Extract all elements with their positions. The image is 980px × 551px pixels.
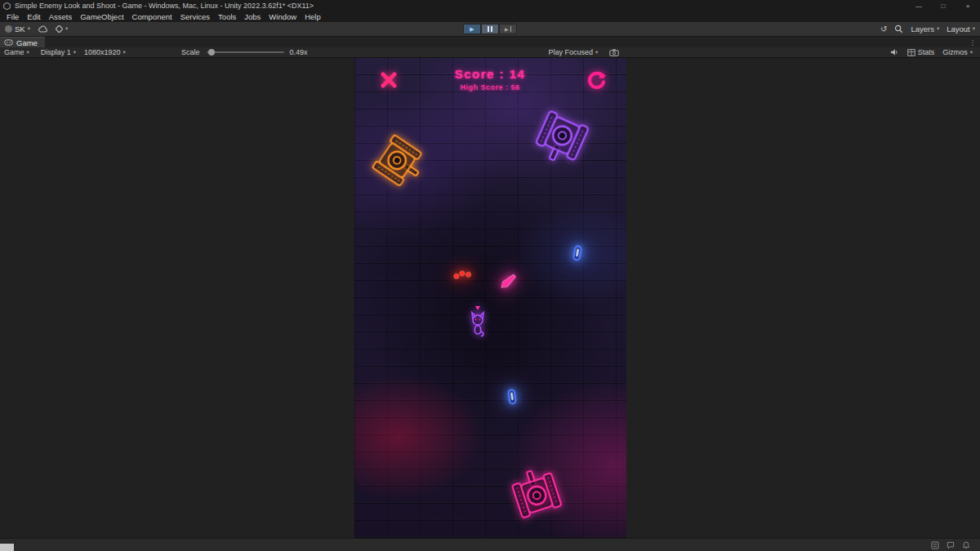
version-control-icon (56, 25, 63, 33)
account-label: SK (15, 24, 25, 33)
chevron-down-icon: ▾ (123, 50, 126, 56)
step-bar-icon (510, 26, 512, 32)
view-mode-dropdown[interactable]: Game ▾ (4, 48, 29, 56)
scale-slider[interactable] (207, 51, 284, 53)
screenshot-icon[interactable] (609, 49, 619, 56)
scale-value: 0.49x (289, 48, 307, 56)
chevron-down-icon: ▾ (65, 26, 68, 32)
display-dropdown[interactable]: Display 1 ▾ (41, 48, 76, 56)
cloud-icon[interactable] (38, 25, 48, 33)
view-mode-label: Game (4, 48, 24, 56)
gizmos-dropdown[interactable]: Gizmos ▾ (942, 48, 973, 56)
tab-strip: Game ⋮ (0, 37, 980, 47)
menu-window[interactable]: Window (265, 12, 301, 21)
menu-component[interactable]: Component (128, 12, 176, 21)
play-focused-label: Play Focused (548, 48, 593, 56)
display-label: Display 1 (41, 48, 71, 56)
window-title: Simple Enemy Look and Shoot - Game - Win… (15, 2, 314, 10)
unity-logo-icon (3, 2, 11, 10)
pause-button[interactable] (481, 24, 499, 34)
menu-services[interactable]: Services (176, 12, 214, 21)
game-hud: Score : 14 High Score : 56 (354, 58, 626, 538)
game-view-icon (4, 39, 13, 46)
tab-game-label: Game (16, 38, 38, 47)
play-controls: ▶ ▶ (463, 24, 517, 34)
game-viewport: Score : 14 High Score : 56 (0, 58, 980, 538)
chevron-down-icon: ▾ (27, 50, 29, 56)
layout-label: Layout (947, 24, 970, 33)
chevron-down-icon: ▾ (28, 26, 30, 32)
console-messages-icon[interactable] (947, 541, 955, 549)
step-icon: ▶ (505, 26, 509, 32)
status-icons (931, 541, 980, 549)
scale-label: Scale (181, 48, 200, 56)
chevron-down-icon: ▾ (937, 26, 939, 32)
stats-label: Stats (918, 48, 935, 56)
minimize-button[interactable]: — (906, 0, 931, 11)
game-toolbar-right: Stats Gizmos ▾ (890, 48, 976, 56)
undo-history-icon[interactable]: ↺ (880, 25, 887, 33)
tab-game[interactable]: Game (0, 37, 45, 47)
chevron-down-icon: ▾ (595, 50, 598, 56)
menu-help[interactable]: Help (301, 12, 325, 21)
main-toolbar: SK ▾ ▾ ▶ ▶ ↺ Laye (0, 22, 980, 37)
layers-label: Layers (911, 24, 934, 33)
stats-button[interactable]: Stats (907, 48, 935, 56)
pause-icon (491, 26, 492, 32)
status-progress-box (0, 544, 14, 551)
menu-bar: File Edit Assets GameObject Component Se… (0, 11, 980, 22)
status-bar (0, 538, 980, 551)
game-view-toolbar: Game ▾ Display 1 ▾ 1080x1920 ▾ Scale 0.4… (0, 47, 980, 58)
background-tasks-icon[interactable] (931, 541, 939, 549)
close-button[interactable]: × (956, 0, 980, 11)
layers-dropdown[interactable]: Layers ▾ (911, 24, 939, 33)
gizmos-label: Gizmos (942, 48, 968, 56)
game-restart-button[interactable] (586, 70, 606, 91)
maximize-button[interactable]: □ (931, 0, 956, 11)
scale-slider-knob[interactable] (208, 49, 215, 56)
menu-edit[interactable]: Edit (23, 12, 44, 21)
account-dropdown[interactable]: SK ▾ (5, 24, 30, 33)
account-avatar-icon (5, 25, 12, 33)
play-icon: ▶ (470, 26, 474, 33)
step-button[interactable]: ▶ (499, 24, 517, 34)
play-focused-dropdown[interactable]: Play Focused ▾ (548, 48, 598, 56)
chevron-down-icon: ▾ (970, 50, 973, 56)
menu-tools[interactable]: Tools (214, 12, 240, 21)
play-button[interactable]: ▶ (463, 24, 481, 34)
resolution-dropdown[interactable]: 1080x1920 ▾ (84, 48, 126, 56)
toolbar-right: ↺ Layers ▾ Layout ▾ (880, 24, 975, 33)
version-control-dropdown[interactable]: ▾ (56, 25, 68, 33)
stats-icon (907, 49, 915, 56)
notifications-bell-icon[interactable] (962, 541, 970, 549)
search-icon[interactable] (894, 24, 903, 33)
layout-dropdown[interactable]: Layout ▾ (947, 24, 975, 33)
tab-options-icon[interactable]: ⋮ (969, 37, 980, 47)
menu-gameobject[interactable]: GameObject (76, 12, 127, 21)
chevron-down-icon: ▾ (973, 26, 975, 32)
chevron-down-icon: ▾ (74, 50, 76, 56)
resolution-label: 1080x1920 (84, 48, 121, 56)
scale-control: Scale (181, 48, 285, 56)
game-render-area[interactable]: Score : 14 High Score : 56 (354, 58, 626, 538)
menu-file[interactable]: File (2, 12, 23, 21)
pause-icon (488, 26, 489, 32)
menu-jobs[interactable]: Jobs (240, 12, 265, 21)
window-controls: — □ × (906, 0, 980, 11)
mute-audio-icon[interactable] (890, 48, 899, 56)
title-bar: Simple Enemy Look and Shoot - Game - Win… (0, 0, 980, 11)
menu-assets[interactable]: Assets (45, 12, 77, 21)
toolbar-left: SK ▾ ▾ (5, 24, 68, 33)
